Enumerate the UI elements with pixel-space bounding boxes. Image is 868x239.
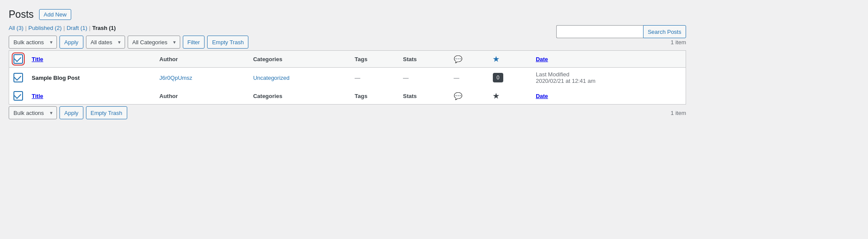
row-checkbox[interactable] bbox=[13, 73, 23, 82]
col-header-tags: Tags bbox=[350, 51, 399, 68]
comment-bubble-icon: 💬 bbox=[454, 56, 462, 63]
post-title: Sample Blog Post bbox=[32, 75, 80, 81]
col-header-categories: Categories bbox=[249, 51, 350, 68]
row-author-cell: J6r0QpUmsz bbox=[155, 68, 249, 88]
row-stats-cell: — bbox=[399, 68, 449, 88]
col-header-star: ★ bbox=[488, 51, 531, 68]
comments-value: — bbox=[454, 75, 459, 81]
date-value: 2020/02/21 at 12:41 am bbox=[536, 78, 681, 84]
footer-sort-title-link[interactable]: Title bbox=[32, 93, 43, 99]
filter-draft-link[interactable]: Draft (1) bbox=[66, 25, 87, 31]
all-categories-select[interactable]: All Categories bbox=[128, 36, 180, 49]
top-item-count: 1 item bbox=[671, 39, 686, 46]
author-link[interactable]: J6r0QpUmsz bbox=[159, 75, 192, 81]
footer-col-date: Date bbox=[531, 88, 686, 105]
col-header-title: Title bbox=[27, 51, 155, 68]
col-header-comments: 💬 bbox=[449, 51, 488, 68]
bottom-empty-trash-button[interactable]: Empty Trash bbox=[86, 106, 127, 119]
footer-sort-date-link[interactable]: Date bbox=[536, 93, 548, 99]
bottom-bulk-actions-select[interactable]: Bulk actions bbox=[9, 106, 57, 119]
footer-col-stats: Stats bbox=[399, 88, 449, 105]
row-title-cell: Sample Blog Post bbox=[27, 68, 155, 88]
col-header-date: Date bbox=[531, 51, 686, 68]
footer-col-star: ★ bbox=[488, 88, 531, 105]
footer-col-tags: Tags bbox=[350, 88, 399, 105]
bulk-actions-select-wrap: Bulk actions ▼ bbox=[9, 36, 57, 49]
all-dates-select-wrap: All dates ▼ bbox=[86, 36, 125, 49]
star-badge: 0 bbox=[493, 73, 503, 82]
search-posts-button[interactable]: Search Posts bbox=[643, 25, 686, 38]
stats-value: — bbox=[403, 75, 409, 81]
table-header-row: Title Author Categories Tags Stats 💬 ★ D… bbox=[9, 51, 686, 68]
select-all-checkbox[interactable] bbox=[13, 54, 23, 64]
bottom-item-count: 1 item bbox=[671, 110, 686, 116]
add-new-button[interactable]: Add New bbox=[39, 9, 72, 20]
footer-col-author: Author bbox=[155, 88, 249, 105]
sort-date-link[interactable]: Date bbox=[536, 56, 548, 62]
filter-button[interactable]: Filter bbox=[183, 36, 205, 49]
row-categories-cell: Uncategorized bbox=[249, 68, 350, 88]
filter-published-link[interactable]: Published (2) bbox=[28, 25, 62, 31]
top-empty-trash-button[interactable]: Empty Trash bbox=[207, 36, 248, 49]
col-header-stats: Stats bbox=[399, 51, 449, 68]
bottom-toolbar: Bulk actions ▼ Apply Empty Trash 1 item bbox=[9, 106, 686, 119]
date-cell: Last Modified 2020/02/21 at 12:41 am bbox=[536, 71, 681, 84]
top-apply-button[interactable]: Apply bbox=[59, 36, 83, 49]
sort-title-link[interactable]: Title bbox=[32, 56, 43, 62]
bottom-bulk-actions-wrap: Bulk actions ▼ bbox=[9, 106, 57, 119]
category-link[interactable]: Uncategorized bbox=[253, 75, 290, 81]
select-all-column bbox=[9, 51, 28, 68]
row-date-cell: Last Modified 2020/02/21 at 12:41 am bbox=[531, 68, 686, 88]
date-label: Last Modified bbox=[536, 71, 681, 78]
all-dates-select[interactable]: All dates bbox=[86, 36, 125, 49]
footer-select-all-column bbox=[9, 88, 28, 105]
star-icon: ★ bbox=[493, 56, 499, 63]
row-comments-cell: — bbox=[449, 68, 488, 88]
bottom-apply-button[interactable]: Apply bbox=[59, 106, 83, 119]
footer-col-categories: Categories bbox=[249, 88, 350, 105]
col-header-author: Author bbox=[155, 51, 249, 68]
table-footer-row: Title Author Categories Tags Stats 💬 ★ D… bbox=[9, 88, 686, 105]
row-checkbox-cell bbox=[9, 68, 28, 88]
page-title: Posts bbox=[9, 9, 34, 20]
page-header: Posts Add New bbox=[9, 9, 686, 20]
bulk-actions-select[interactable]: Bulk actions bbox=[9, 36, 57, 49]
footer-select-all-checkbox[interactable] bbox=[13, 91, 23, 101]
footer-star-icon: ★ bbox=[493, 92, 499, 100]
footer-col-comments: 💬 bbox=[449, 88, 488, 105]
tags-value: — bbox=[355, 75, 360, 81]
search-area: Search Posts bbox=[556, 25, 686, 38]
filter-all-link[interactable]: All (3) bbox=[9, 25, 23, 31]
table-row: Sample Blog Post J6r0QpUmsz Uncategorize… bbox=[9, 68, 686, 88]
posts-table: Title Author Categories Tags Stats 💬 ★ D… bbox=[9, 50, 686, 105]
filter-trash-current: Trash (1) bbox=[92, 25, 116, 31]
all-categories-select-wrap: All Categories ▼ bbox=[128, 36, 180, 49]
footer-comment-bubble-icon: 💬 bbox=[454, 92, 462, 100]
row-star-cell: 0 bbox=[488, 68, 531, 88]
search-input[interactable] bbox=[556, 25, 643, 38]
row-tags-cell: — bbox=[350, 68, 399, 88]
footer-col-title: Title bbox=[27, 88, 155, 105]
